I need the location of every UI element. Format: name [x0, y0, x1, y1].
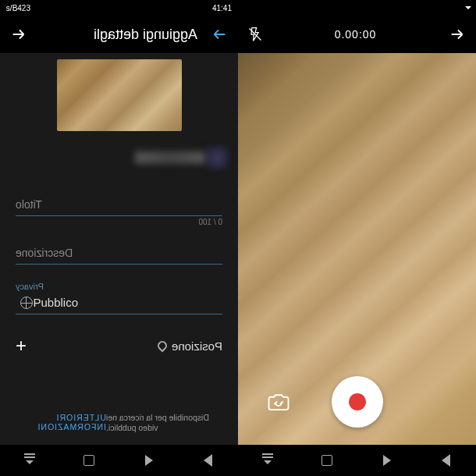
nav-back-icon[interactable] [200, 452, 217, 469]
nav-home-icon[interactable] [140, 452, 158, 469]
channel-avatar [205, 146, 229, 169]
camera-header: 0.00:00 [238, 16, 476, 53]
nav-bar [238, 445, 476, 476]
camera-panel: 0.00:00 [238, 0, 476, 476]
status-time: 14:14 [212, 4, 232, 12]
channel-name [135, 151, 205, 164]
nav-downloads-icon[interactable] [21, 452, 38, 469]
footer-row: Disponibile per la ricerca nei video pub… [0, 402, 238, 445]
location-row[interactable]: Posizione + [16, 335, 222, 357]
details-panel: 14:14 324B/s Aggiungi dettagli Titolo 0 … [0, 0, 238, 476]
camera-controls [238, 376, 476, 428]
more-info-link[interactable]: ULTERIORI INFORMAZIONI [16, 413, 106, 432]
next-icon[interactable] [9, 25, 28, 44]
description-input[interactable]: Descrizione [16, 243, 222, 262]
privacy-value[interactable]: Pubblico [16, 293, 222, 312]
video-thumbnail-area [0, 53, 238, 137]
privacy-note: Disponibile per la ricerca nei video pub… [106, 413, 222, 434]
camera-next-icon[interactable] [448, 25, 467, 44]
nav-back-icon[interactable] [438, 452, 455, 469]
status-bar: 14:14 324B/s [0, 0, 238, 16]
privacy-label: Privacy [16, 282, 222, 291]
nav-home-icon[interactable] [378, 452, 396, 469]
header: Aggiungi dettagli [0, 16, 238, 53]
globe-icon [20, 297, 33, 309]
status-rate: 324B/s [6, 4, 30, 12]
video-thumbnail[interactable] [57, 59, 182, 131]
channel-row [9, 144, 229, 172]
nav-bar [0, 445, 238, 476]
details-form: Titolo 0 / 100 Descrizione Privacy Pubbl… [0, 178, 238, 357]
description-field[interactable]: Descrizione [16, 243, 222, 265]
nav-recent-icon[interactable] [318, 452, 336, 469]
status-dropdown-icon [465, 6, 471, 9]
privacy-field[interactable]: Privacy Pubblico [16, 282, 222, 314]
nav-recent-icon[interactable] [80, 452, 98, 469]
title-field[interactable]: Titolo 0 / 100 [16, 195, 222, 226]
location-pin-icon [155, 339, 169, 353]
back-icon[interactable] [210, 25, 229, 44]
camera-viewfinder[interactable] [238, 53, 476, 445]
title-counter: 0 / 100 [16, 218, 222, 226]
title-input[interactable]: Titolo [16, 195, 222, 214]
record-button[interactable] [332, 376, 383, 428]
location-label: Posizione [172, 339, 222, 353]
switch-camera-icon[interactable] [266, 389, 291, 414]
status-bar [238, 0, 476, 16]
add-location-icon[interactable]: + [16, 335, 27, 357]
nav-downloads-icon[interactable] [259, 452, 276, 469]
header-title: Aggiungi dettagli [41, 27, 197, 43]
flash-off-icon[interactable] [247, 27, 263, 42]
record-timer: 0.00:00 [263, 28, 448, 41]
record-indicator-icon [349, 393, 366, 410]
